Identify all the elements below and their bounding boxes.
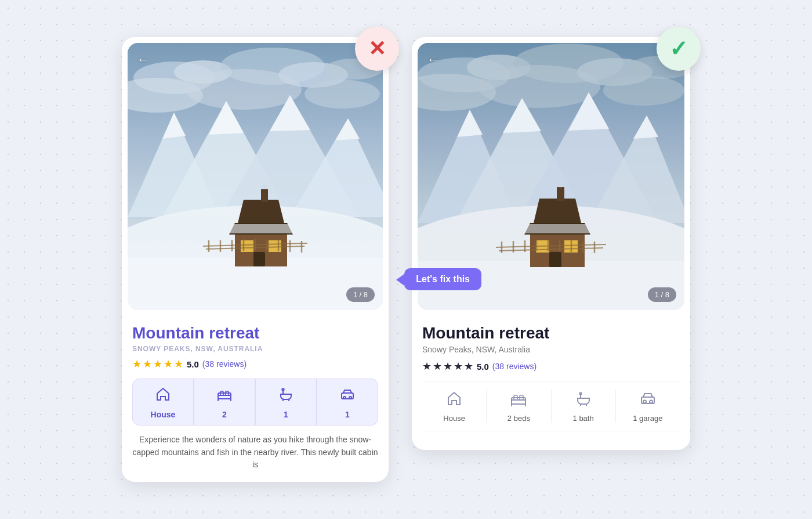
card-body-right: Mountain retreat Snowy Peaks, NSW, Austr… — [412, 316, 690, 450]
rating-reviews-left: (38 reviews) — [202, 359, 246, 369]
property-description-left: Experience the wonders of nature as you … — [132, 434, 378, 471]
image-counter-left: 1 / 8 — [346, 287, 375, 302]
feature-bath-label-left: 1 — [284, 410, 288, 419]
svg-marker-19 — [238, 200, 284, 223]
feature-garage-label-right: 1 garage — [633, 414, 662, 423]
feature-bath-left: 1 — [255, 379, 317, 426]
card-left: ✕ — [122, 37, 389, 482]
svg-point-53 — [478, 65, 600, 108]
svg-rect-67 — [557, 187, 564, 201]
star-r4: ★ — [454, 360, 463, 373]
bed-icon-right — [510, 390, 527, 409]
bath-icon-left — [278, 386, 294, 406]
tooltip-text: Let's fix this — [404, 268, 481, 290]
svg-point-8 — [304, 80, 380, 109]
star-3: ★ — [153, 358, 162, 370]
rating-reviews-right: (38 reviews) — [492, 362, 536, 371]
svg-point-22 — [262, 185, 267, 189]
stars-left: ★ ★ ★ ★ ★ — [132, 358, 183, 370]
features-left: House 2 — [132, 379, 378, 426]
cards-container: ✕ — [122, 37, 690, 482]
svg-point-54 — [603, 75, 684, 106]
property-title-left: Mountain retreat — [132, 324, 378, 343]
feature-house-left: House — [132, 379, 194, 426]
card-right: ✓ — [412, 37, 690, 450]
svg-point-90 — [643, 401, 646, 403]
feature-house-label-left: House — [151, 410, 176, 419]
car-icon-right — [639, 390, 657, 409]
star-1: ★ — [132, 358, 142, 370]
rating-score-left: 5.0 — [187, 359, 199, 369]
garage-icon-left — [339, 386, 356, 406]
star-r3: ★ — [443, 360, 452, 373]
back-arrow-right[interactable]: ← — [427, 52, 440, 67]
feature-bath-right: 1 bath — [552, 390, 616, 423]
x-icon: ✕ — [368, 38, 386, 59]
svg-rect-72 — [549, 252, 561, 267]
svg-point-44 — [343, 397, 346, 399]
svg-rect-24 — [241, 240, 253, 252]
svg-point-7 — [186, 69, 302, 110]
star-5: ★ — [174, 358, 183, 370]
accept-badge[interactable]: ✓ — [657, 27, 701, 71]
house-icon-right — [445, 390, 463, 409]
feature-bath-label-right: 1 bath — [573, 414, 594, 423]
svg-point-45 — [349, 397, 351, 399]
card-body-left: Mountain retreat SNOWY PEAKS, NSW, AUSTR… — [122, 316, 389, 482]
back-arrow-left[interactable]: ← — [137, 52, 150, 67]
property-location-left: SNOWY PEAKS, NSW, AUSTRALIA — [132, 345, 378, 353]
tooltip: Let's fix this — [396, 268, 481, 290]
feature-beds-right: 2 beds — [487, 390, 551, 423]
house-icon-left — [155, 386, 171, 406]
card-image-left: ← 1 / 8 — [128, 43, 383, 310]
bath-icon-right — [575, 390, 592, 409]
feature-house-right: House — [422, 390, 487, 423]
feature-beds-label-left: 2 — [222, 410, 227, 419]
rating-row-right: ★ ★ ★ ★ ★ 5.0 (38 reviews) — [422, 360, 680, 373]
star-r1: ★ — [422, 360, 432, 373]
svg-marker-65 — [534, 199, 581, 223]
image-counter-right: 1 / 8 — [648, 287, 676, 302]
tooltip-arrow — [396, 274, 404, 286]
bed-icon-left — [216, 386, 233, 406]
feature-garage-left: 1 — [317, 379, 378, 426]
svg-rect-26 — [253, 252, 265, 266]
reject-badge[interactable]: ✕ — [355, 27, 399, 71]
feature-beds-label-right: 2 beds — [507, 414, 530, 423]
features-right: House 2 beds — [422, 381, 680, 431]
star-4: ★ — [164, 358, 173, 370]
feature-garage-right: 1 garage — [616, 390, 680, 423]
feature-house-label-right: House — [443, 414, 465, 423]
rating-score-right: 5.0 — [477, 362, 489, 372]
svg-rect-25 — [269, 240, 281, 252]
star-r5: ★ — [464, 360, 473, 373]
star-2: ★ — [143, 358, 152, 370]
star-r2: ★ — [433, 360, 442, 373]
svg-point-91 — [650, 401, 652, 403]
check-icon: ✓ — [669, 38, 688, 60]
svg-marker-73 — [523, 224, 592, 233]
feature-beds-left: 2 — [194, 379, 255, 426]
svg-rect-21 — [261, 189, 268, 202]
svg-marker-27 — [229, 224, 295, 233]
feature-garage-label-left: 1 — [345, 410, 350, 419]
rating-row-left: ★ ★ ★ ★ ★ 5.0 (38 reviews) — [132, 358, 378, 370]
property-location-right: Snowy Peaks, NSW, Australia — [422, 345, 680, 354]
svg-point-68 — [557, 182, 564, 188]
stars-right: ★ ★ ★ ★ ★ — [422, 360, 473, 373]
property-title-right: Mountain retreat — [422, 324, 680, 343]
property-image-left — [128, 43, 383, 310]
